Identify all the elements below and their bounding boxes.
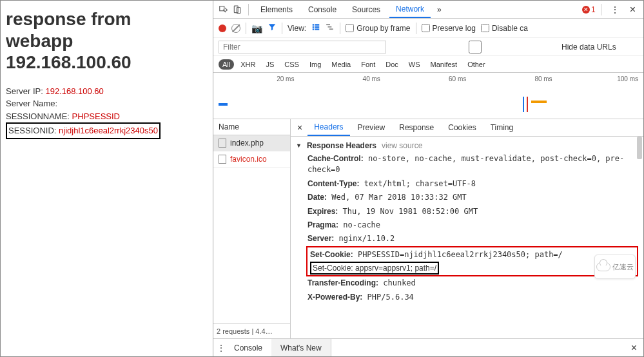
server-ip-row: Server IP: 192.168.100.60 — [6, 85, 208, 98]
timeline-tick: 100 ms — [558, 75, 643, 82]
waterfall-icon[interactable] — [326, 23, 335, 34]
detail-tab-headers[interactable]: Headers — [307, 119, 349, 136]
toolbar-separator — [416, 23, 416, 34]
large-rows-icon[interactable] — [311, 23, 320, 34]
tab-separator — [248, 4, 249, 15]
toolbar-separator — [246, 23, 246, 34]
filter-ws[interactable]: WS — [405, 59, 424, 70]
network-toolbar: 📷 View: Group by frame Preserve log Disa… — [213, 19, 643, 38]
error-icon: ✕ — [582, 6, 590, 14]
timeline-bar — [219, 103, 228, 106]
response-headers-section[interactable]: ▼ Response Headers view source — [296, 139, 638, 152]
tab-console[interactable]: Console — [302, 1, 343, 18]
filter-all[interactable]: All — [219, 59, 234, 70]
headers-panel[interactable]: ▼ Response Headers view source Cache-Con… — [291, 137, 643, 338]
filter-xhr[interactable]: XHR — [237, 59, 259, 70]
request-row[interactable]: index.php — [213, 135, 290, 151]
header-row: Server: nginx/1.10.2 — [296, 232, 638, 246]
svg-rect-3 — [313, 24, 314, 25]
error-count: 1 — [591, 5, 596, 14]
detail-tab-cookies[interactable]: Cookies — [442, 119, 482, 136]
devtools-menu-icon[interactable]: ⋮ — [607, 5, 623, 15]
header-row: Content-Type: text/html; charset=UTF-8 — [296, 177, 638, 191]
clear-icon[interactable] — [231, 24, 240, 33]
header-row: X-Powered-By: PHP/5.6.34 — [296, 291, 638, 304]
set-cookie-highlight-red: Set-Cookie: PHPSESSID=njidjhl1c6eeal2rrk… — [306, 246, 638, 276]
view-label: View: — [288, 24, 306, 33]
filter-css[interactable]: CSS — [280, 59, 303, 70]
timeline-tick: 60 ms — [385, 75, 471, 82]
svg-rect-10 — [328, 26, 332, 28]
preserve-log-checkbox[interactable]: Preserve log — [422, 24, 476, 33]
svg-rect-11 — [329, 28, 333, 30]
timeline-bar — [531, 101, 547, 103]
watermark-text: 亿速云 — [612, 262, 634, 272]
drawer-close-icon[interactable]: × — [625, 342, 643, 354]
device-toggle-icon[interactable] — [231, 4, 243, 15]
toolbar-separator — [282, 23, 282, 34]
svg-rect-7 — [313, 28, 314, 30]
set-cookie-highlight-black: Set-Cookie: appsrv=appsrv1; path=/ — [309, 262, 636, 275]
devtools-close-icon[interactable]: × — [626, 4, 639, 15]
detail-tab-timing[interactable]: Timing — [484, 119, 520, 136]
request-summary: 2 requests | 4.4… — [213, 323, 290, 338]
filter-font[interactable]: Font — [357, 59, 379, 70]
header-row: Expires: Thu, 19 Nov 1981 08:52:00 GMT — [296, 205, 638, 218]
timeline-mark-domready — [523, 97, 524, 112]
tab-elements[interactable]: Elements — [254, 1, 299, 18]
filter-doc[interactable]: Doc — [382, 59, 402, 70]
header-row: Set-Cookie: PHPSESSID=njidjhl1c6eeal2rrk… — [309, 248, 636, 262]
request-name: index.php — [230, 139, 264, 148]
header-row: Transfer-Encoding: chunked — [296, 276, 638, 290]
view-source-link[interactable]: view source — [382, 141, 422, 150]
watermark-badge: 亿速云 — [594, 255, 636, 279]
sessionid-row: SESSIONID: njidjhl1c6eeal2rrkj2340s50 — [6, 122, 208, 139]
tab-sources[interactable]: Sources — [346, 1, 387, 18]
inspect-element-icon[interactable] — [217, 4, 229, 15]
screenshot-icon[interactable]: 📷 — [251, 23, 262, 34]
detail-tabs: × Headers Preview Response Cookies Timin… — [291, 119, 643, 137]
drawer-tab-whatsnew[interactable]: What's New — [271, 339, 331, 356]
filter-toggle-icon[interactable] — [268, 23, 277, 34]
network-timeline[interactable]: 20 ms 40 ms 60 ms 80 ms 100 ms — [213, 73, 643, 119]
filter-other[interactable]: Other — [463, 59, 489, 70]
error-badge[interactable]: ✕ 1 — [582, 5, 596, 14]
filter-manifest[interactable]: Manifest — [427, 59, 462, 70]
header-row: Cache-Control: no-store, no-cache, must-… — [296, 152, 638, 177]
file-icon — [219, 155, 226, 164]
header-row: Pragma: no-cache — [296, 218, 638, 232]
disable-cache-checkbox[interactable]: Disable ca — [481, 24, 528, 33]
request-list: Name index.php favicon.ico 2 requests | … — [213, 119, 291, 338]
header-row: Date: Wed, 07 Mar 2018 10:33:32 GMT — [296, 191, 638, 204]
filter-js[interactable]: JS — [262, 59, 278, 70]
filter-input[interactable] — [219, 41, 386, 53]
tab-more[interactable]: » — [433, 5, 445, 14]
resource-type-filters: All XHR JS CSS Img Media Font Doc WS Man… — [213, 56, 643, 73]
filter-img[interactable]: Img — [306, 59, 325, 70]
detail-tab-preview[interactable]: Preview — [351, 119, 392, 136]
page-content: response from webapp 192.168.100.60 Serv… — [1, 1, 213, 356]
timeline-tick: 20 ms — [213, 75, 299, 82]
scrollbar-thumb[interactable] — [637, 137, 642, 159]
detail-tab-response[interactable]: Response — [393, 119, 440, 136]
record-icon[interactable] — [219, 24, 226, 32]
svg-rect-1 — [234, 6, 238, 13]
drawer-menu-icon[interactable]: ⋮ — [217, 343, 225, 352]
timeline-tick: 80 ms — [471, 75, 557, 82]
network-body: Name index.php favicon.ico 2 requests | … — [213, 119, 643, 338]
devtools-panel: Elements Console Sources Network » ✕ 1 ⋮… — [213, 1, 643, 356]
cloud-icon — [596, 262, 610, 271]
svg-rect-9 — [326, 24, 330, 25]
request-list-header[interactable]: Name — [213, 119, 290, 135]
request-row[interactable]: favicon.ico — [213, 151, 290, 168]
tab-network[interactable]: Network — [389, 1, 431, 18]
drawer-tab-console[interactable]: Console — [225, 339, 271, 356]
timeline-tick: 40 ms — [299, 75, 385, 82]
svg-rect-5 — [313, 26, 314, 28]
filter-media[interactable]: Media — [327, 59, 355, 70]
hide-data-urls-checkbox[interactable]: Hide data URLs — [391, 41, 616, 53]
group-by-frame-checkbox[interactable]: Group by frame — [346, 24, 410, 33]
close-detail-icon[interactable]: × — [293, 122, 306, 133]
toolbar-separator — [340, 23, 340, 34]
svg-rect-6 — [315, 26, 319, 28]
